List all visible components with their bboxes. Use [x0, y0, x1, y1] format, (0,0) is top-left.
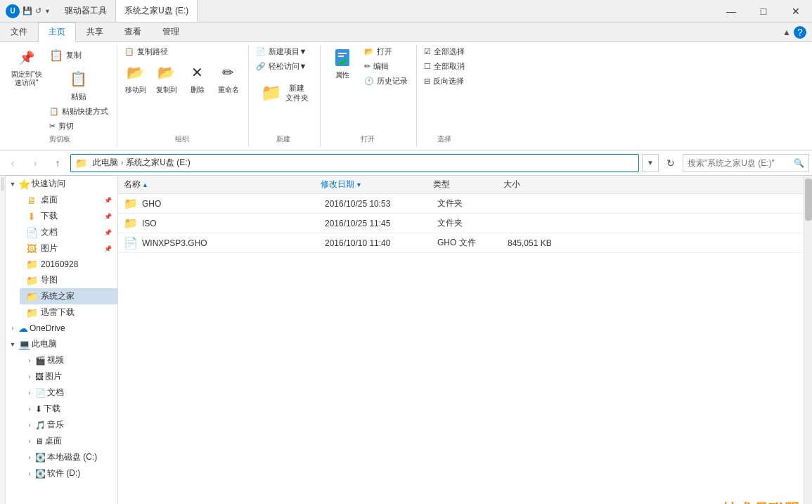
breadcrumb-this-pc[interactable]: 此电脑: [93, 157, 118, 169]
ribbon-tab-share[interactable]: 共享: [76, 22, 114, 41]
ribbon-tab-manage[interactable]: 管理: [152, 22, 190, 41]
ribbon-tab-home[interactable]: 主页: [38, 22, 76, 42]
new-folder-button[interactable]: 📁 新建文件夹: [253, 77, 314, 108]
select-label: 选择: [421, 134, 468, 144]
cut-icon: ✂: [49, 122, 56, 131]
sidebar-item-pc-downloads[interactable]: › ⬇ 下载: [20, 401, 117, 417]
up-button[interactable]: ↑: [48, 153, 67, 173]
sidebar-item-desktop[interactable]: 🖥 桌面 📌: [20, 192, 117, 208]
maximize-button[interactable]: □: [747, 0, 780, 22]
onedrive-icon: ☁: [18, 323, 28, 334]
qat-back[interactable]: ↺: [35, 6, 41, 15]
file-list-scrollbar[interactable]: [804, 176, 812, 504]
file-row-winxpsp3[interactable]: 📄 WINXPSP3.GHO 2016/10/10 11:40 GHO 文件 8…: [118, 233, 804, 253]
invert-selection-button[interactable]: ⊟ 反向选择: [421, 75, 467, 88]
file-row-iso[interactable]: 📁 ISO 2016/10/25 11:45 文件夹: [118, 214, 804, 233]
ribbon-group-organize: 📋 复制路径 📂 移动到 📂 复制到 ✕ 删除: [119, 45, 249, 147]
sidebar-item-thunder[interactable]: 📁 迅雷下载: [20, 304, 117, 321]
history-button[interactable]: 🕐 历史记录: [361, 75, 411, 88]
close-button[interactable]: ✕: [780, 0, 812, 22]
refresh-button[interactable]: ↻: [662, 154, 680, 172]
chevron-right-icon: ›: [25, 438, 34, 445]
tab-driver-tools[interactable]: 驱动器工具: [56, 0, 116, 22]
search-input[interactable]: [688, 158, 794, 168]
file-row-gho[interactable]: 📁 GHO 2016/10/25 10:53 文件夹: [118, 194, 804, 214]
pin-to-quickaccess-button[interactable]: 📌 固定到"快速访问": [8, 45, 45, 89]
copy-icon: 📋: [48, 46, 65, 63]
sidebar-item-videos[interactable]: › 🎬 视频: [20, 352, 117, 368]
cut-button[interactable]: ✂ 剪切: [46, 119, 111, 133]
delete-button[interactable]: ✕ 删除: [183, 60, 212, 96]
sidebar-item-local-disk-c[interactable]: › 💽 本地磁盘 (C:): [20, 449, 117, 465]
clipboard-label: 剪切板: [8, 134, 111, 144]
copy-to-button[interactable]: 📂 复制到: [153, 60, 181, 96]
folder-icon: 📁: [124, 217, 138, 230]
paste-shortcut-button[interactable]: 📋 粘贴快捷方式: [46, 105, 111, 118]
sidebar-item-pictures[interactable]: 🖼 图片 📌: [20, 240, 117, 257]
open-button[interactable]: 📂 打开: [361, 45, 411, 58]
ribbon-collapse-icon[interactable]: ▲: [782, 27, 791, 37]
ribbon-tabs: 文件 主页 共享 查看 管理 ▲ ?: [0, 22, 812, 42]
new-folder-icon: 📁: [259, 80, 284, 105]
tab-usb-drive[interactable]: 系统之家U盘 (E:): [116, 0, 198, 22]
sidebar-item-pc-desktop[interactable]: › 🖥 桌面: [20, 433, 117, 449]
copy-path-icon: 📋: [124, 47, 134, 56]
col-header-size[interactable]: 大小: [503, 179, 574, 190]
deselect-all-button[interactable]: ☐ 全部取消: [421, 60, 468, 73]
sidebar-item-pc-pictures[interactable]: › 🖼 图片: [20, 368, 117, 385]
address-path[interactable]: 📁 此电脑 › 系统之家U盘 (E:): [70, 154, 639, 172]
sidebar-item-downloads[interactable]: ⬇ 下载 📌: [20, 208, 117, 224]
ribbon-group-clipboard: 📌 固定到"快速访问" 📋 复制 📋 粘贴 📋 粘贴快捷方式: [6, 45, 117, 147]
sidebar-item-20160928[interactable]: 📁 20160928: [20, 257, 117, 272]
chevron-right-icon: ›: [25, 454, 34, 461]
sidebar-section-quickaccess[interactable]: ▼ ⭐ 快速访问: [6, 176, 117, 192]
search-box[interactable]: 🔍: [683, 154, 809, 172]
new-item-button[interactable]: 📄 新建项目▼: [253, 45, 310, 58]
copy-button[interactable]: 📋 复制: [46, 45, 111, 65]
breadcrumb-usb[interactable]: 系统之家U盘 (E:): [126, 157, 190, 169]
file-type-winxpsp3: GHO 文件: [437, 237, 508, 249]
sidebar-section-thispc[interactable]: ▼ 💻 此电脑: [6, 336, 117, 352]
select-all-button[interactable]: ☑ 全部选择: [421, 45, 468, 58]
deselect-all-icon: ☐: [424, 62, 431, 71]
file-size-winxpsp3: 845,051 KB: [508, 238, 578, 248]
minimize-button[interactable]: —: [715, 0, 747, 22]
properties-button[interactable]: 属性: [325, 45, 360, 82]
easy-access-button[interactable]: 🔗 轻松访问▼: [253, 60, 310, 73]
sidebar-section-onedrive[interactable]: › ☁ OneDrive: [6, 321, 117, 336]
select-all-icon: ☑: [424, 47, 431, 56]
copy-path-button[interactable]: 📋 复制路径: [122, 45, 171, 58]
ribbon-help-icon[interactable]: ?: [794, 26, 806, 39]
chevron-right-icon: ›: [25, 357, 34, 364]
sidebar-item-mindmap[interactable]: 📁 导图: [20, 272, 117, 288]
desktop-label: 桌面: [41, 194, 58, 206]
address-bar: ‹ › ↑ 📁 此电脑 › 系统之家U盘 (E:) ▼ ↻ 🔍: [0, 150, 812, 176]
ribbon-tab-file[interactable]: 文件: [0, 22, 38, 41]
music-label: 音乐: [47, 419, 64, 431]
forward-button[interactable]: ›: [25, 153, 45, 173]
col-header-type[interactable]: 类型: [433, 179, 503, 190]
sidebar-item-software-d[interactable]: › 💽 软件 (D:): [20, 465, 117, 482]
sidebar-scrollbar-thumb[interactable]: [1, 177, 4, 191]
sidebar-item-xitongzhijia[interactable]: 📁 系统之家: [20, 288, 117, 304]
qat-button[interactable]: 💾: [22, 6, 32, 15]
ribbon-tab-view[interactable]: 查看: [114, 22, 152, 41]
sidebar-item-music[interactable]: › 🎵 音乐: [20, 417, 117, 433]
paste-button[interactable]: 📋 粘贴: [46, 66, 111, 103]
qat-dropdown[interactable]: ▼: [44, 8, 51, 15]
col-header-date[interactable]: 修改日期 ▼: [321, 179, 433, 190]
desktop-icon: 🖥: [35, 437, 44, 446]
edit-button[interactable]: ✏ 编辑: [361, 60, 411, 73]
sidebar-item-documents[interactable]: 📄 文档 📌: [20, 224, 117, 240]
rename-button[interactable]: ✏ 重命名: [214, 60, 243, 96]
move-to-button[interactable]: 📂 移动到: [122, 60, 150, 96]
svg-rect-2: [338, 56, 344, 57]
chevron-down-icon: ▼: [8, 181, 17, 188]
col-header-name[interactable]: 名称 ▲: [124, 179, 321, 190]
sidebar-item-pc-documents[interactable]: › 📄 文档: [20, 385, 117, 401]
scrollbar-thumb[interactable]: [805, 179, 812, 221]
paste-shortcut-icon: 📋: [49, 107, 59, 116]
address-dropdown-button[interactable]: ▼: [642, 154, 659, 172]
back-button[interactable]: ‹: [3, 153, 22, 173]
pc-downloads-label: 下载: [44, 403, 60, 415]
